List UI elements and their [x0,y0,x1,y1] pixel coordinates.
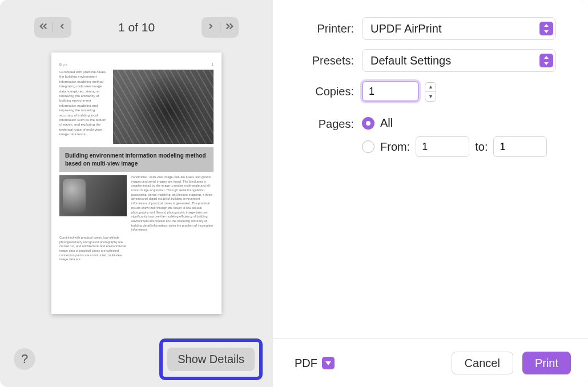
first-page-button[interactable] [34,17,53,38]
thumb-right-text: constructed, multi-view image data are f… [131,175,214,232]
chevron-down-icon [322,357,335,369]
pages-from-input[interactable] [416,136,469,157]
cancel-button[interactable]: Cancel [452,352,513,374]
presets-label: Presets: [273,54,362,67]
presets-value: Default Settings [370,54,451,67]
pages-range-radio[interactable] [362,140,374,153]
thumb-bottom-left: Combined with practical cases, low-altit… [59,236,127,262]
show-details-highlight: Show Details [159,338,263,380]
nav-forward-group [202,17,239,38]
pages-row: Pages: All From: to: [273,116,571,157]
chevron-right-icon [206,22,215,33]
chevron-left-icon [58,22,67,33]
pages-to-input[interactable] [493,136,547,157]
printer-row: Printer: UPDF AirPrint [273,17,571,40]
thumb-header: B o k 1 [59,63,214,66]
last-page-button[interactable] [220,17,239,38]
copies-row: Copies: ▲ ▼ [273,81,571,102]
printer-label: Printer: [273,22,362,35]
print-dialog: 1 of 10 B o k 1 [0,0,588,387]
thumb-hero-image [113,70,214,144]
page-indicator: 1 of 10 [118,21,155,34]
help-button[interactable]: ? [14,348,35,370]
chevron-down-icon: ▼ [428,94,433,99]
pdf-label: PDF [295,357,317,370]
updown-icon [539,54,553,67]
question-icon: ? [21,352,28,366]
pages-label: Pages: [273,116,362,131]
thumb-top-row: Combined with practical cases, the build… [59,70,214,144]
chevrons-right-icon [224,21,235,34]
preview-pane: 1 of 10 B o k 1 [0,0,273,387]
pages-all-radio[interactable] [362,117,374,130]
thumb-bottom-right [131,236,214,262]
show-details-button[interactable]: Show Details [167,348,255,371]
next-page-button[interactable] [202,17,220,38]
chevron-up-icon: ▲ [428,84,433,90]
print-form: Printer: UPDF AirPrint Presets: Default … [273,0,588,166]
prev-page-button[interactable] [53,17,71,38]
thumb-header-left: B o k [59,63,67,66]
copies-step-up[interactable]: ▲ [425,83,436,92]
thumb-header-right: 1 [212,63,214,66]
pages-from-label: From: [380,140,410,154]
presets-select[interactable]: Default Settings [362,49,556,72]
copies-box: ▲ ▼ [362,81,436,102]
pages-radio-group: All From: to: [362,116,547,157]
thumb-title: Building environment information modelin… [65,152,208,167]
copies-label: Copies: [273,85,362,98]
updown-icon [539,22,553,35]
chevrons-left-icon [38,21,49,34]
copies-input[interactable] [362,81,419,102]
right-footer: PDF Cancel Print [273,338,588,387]
pages-to-label: to: [475,140,488,154]
pages-range-row: From: to: [362,136,547,157]
copies-step-down[interactable]: ▼ [425,92,436,101]
page-thumbnail[interactable]: B o k 1 Combined with practical cases, t… [51,53,221,314]
thumb-bottom-row: Combined with practical cases, low-altit… [59,236,214,262]
action-buttons: Cancel Print [452,352,571,374]
preview-nav: 1 of 10 [0,0,273,38]
printer-value: UPDF AirPrint [370,22,441,35]
pages-all-label: All [380,116,393,130]
left-footer: ? Show Details [0,331,273,387]
thumb-mid-row: constructed, multi-view image data are f… [59,175,214,232]
thumb-intro-text: Combined with practical cases, the build… [59,70,108,144]
thumb-title-box: Building environment information modelin… [59,147,214,172]
print-button[interactable]: Print [522,352,571,374]
pdf-menu-button[interactable]: PDF [295,357,335,370]
copies-stepper: ▲ ▼ [425,82,436,102]
presets-row: Presets: Default Settings [273,49,571,72]
nav-back-group [34,17,71,38]
printer-select[interactable]: UPDF AirPrint [362,17,556,40]
thumb-secondary-image [59,175,127,216]
options-pane: Printer: UPDF AirPrint Presets: Default … [273,0,588,387]
pages-all-row: All [362,116,547,130]
